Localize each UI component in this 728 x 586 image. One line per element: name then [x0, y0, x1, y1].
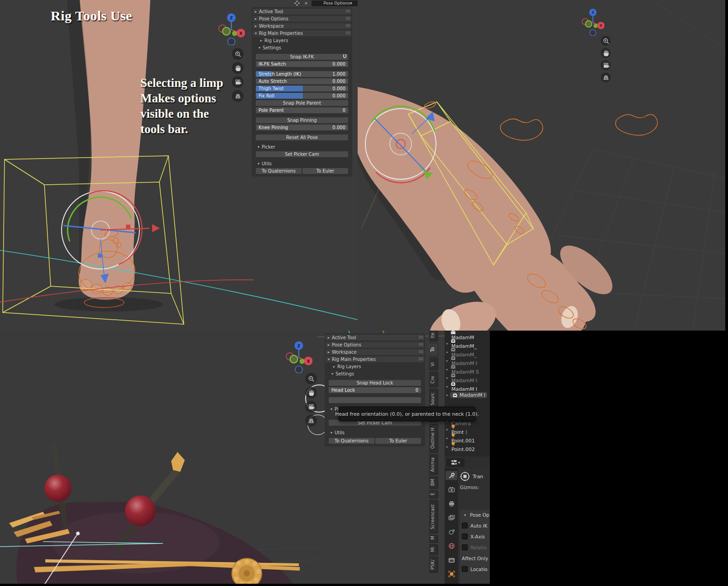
slider-head-lock[interactable]: Head Lock0	[329, 387, 421, 393]
panel-header-utils[interactable]: ▾Utils	[255, 161, 351, 167]
drag-handle-icon[interactable]: ⠿⠿	[418, 343, 423, 347]
outliner-item-madamm-i[interactable]: ▸MadamM I	[445, 382, 490, 391]
sidebar-tab-to[interactable]: To	[429, 343, 438, 356]
panel-header-settings[interactable]: ▾Settings	[329, 371, 424, 377]
sidebar-tab-vi[interactable]: Vi	[429, 358, 438, 370]
pose-options-panel-header[interactable]: ▾ Pose Op	[462, 512, 490, 518]
axis-y-ball[interactable]	[585, 21, 592, 27]
output-tab-icon[interactable]	[445, 499, 457, 508]
btn-snap-pole-parent[interactable]: Snap Pole Parent	[256, 100, 348, 106]
btn-to-quaternions[interactable]: To Quaternions	[256, 168, 302, 174]
expand-arrow-icon[interactable]: ▸	[445, 350, 450, 354]
gizmo-icon[interactable]	[293, 0, 301, 6]
spline-control-teal[interactable]	[0, 250, 358, 320]
btn-to-euler[interactable]: To Euler	[375, 438, 421, 444]
btn-to-quaternions[interactable]: To Quaternions	[329, 438, 374, 444]
sidebar-tab-bm[interactable]: BM	[429, 476, 438, 489]
zoom-in-icon[interactable]	[232, 48, 244, 60]
split-to-quaternions[interactable]: To QuaternionsTo Euler	[256, 168, 348, 174]
navigation-gizmo[interactable]: Z X	[581, 8, 604, 38]
slider-pole-parent[interactable]: Pole Parent0	[256, 107, 348, 113]
axis-y-front-ball[interactable]	[300, 359, 305, 364]
drag-handle-icon[interactable]: ⠿⠿	[345, 10, 350, 14]
pose-options-dropdown[interactable]: Pose Options ▾	[311, 0, 358, 6]
axis-y-ball[interactable]	[290, 355, 298, 363]
btn-set-picker-cam[interactable]: Set Picker Cam	[256, 151, 348, 157]
sidebar-tab-psk[interactable]: PSK/	[429, 557, 438, 573]
x-axis-mirror-checkbox[interactable]: X-Axis	[462, 533, 490, 539]
scene-tab-icon[interactable]	[445, 527, 457, 536]
outliner-item-point-002[interactable]: ▸Point.002	[445, 442, 490, 451]
drag-handle-icon[interactable]: ⠿⠿	[418, 357, 423, 361]
axis-y-front-ball[interactable]	[594, 24, 598, 28]
panel-header-workspace[interactable]: ▸Workspace⠿⠿	[326, 349, 424, 355]
tool-tab-icon[interactable]	[445, 471, 457, 480]
transform-tool-row[interactable]: Tran	[460, 471, 490, 482]
panel-header-rig-layers[interactable]: ▸Rig Layers	[331, 364, 424, 370]
close-icon[interactable]: ×	[302, 0, 310, 6]
expand-arrow-icon[interactable]: ▸	[445, 341, 450, 346]
axis-y-ball[interactable]	[223, 28, 230, 35]
axis-neg-z-ball[interactable]	[590, 30, 596, 36]
slider-ik-fk-switch[interactable]: IK-FK Switch0.000	[256, 61, 348, 67]
pan-hand-icon[interactable]	[601, 48, 611, 58]
drag-handle-icon[interactable]: ⠿⠿	[345, 31, 350, 35]
zoom-in-icon[interactable]	[601, 36, 611, 46]
slider-knee-pinning[interactable]: Knee Pinning0.000	[256, 125, 348, 130]
zoom-in-icon[interactable]	[305, 373, 317, 384]
camera-view-icon[interactable]	[601, 60, 611, 70]
expand-arrow-icon[interactable]: ▸	[445, 393, 450, 397]
panel-header-workspace[interactable]: ▸Workspace⠿⠿	[253, 23, 351, 29]
navigation-gizmo[interactable]: Z X	[218, 13, 245, 47]
navigation-gizmo[interactable]: Z X	[285, 341, 312, 375]
slider-stretch-length-ik[interactable]: Stretch Length (IK)1.000	[256, 71, 348, 77]
expand-arrow-icon[interactable]: ▸	[445, 445, 450, 449]
sidebar-tab-e[interactable]: E	[429, 490, 438, 499]
locations-checkbox[interactable]: Locatio	[462, 566, 490, 572]
relative-mirror-checkbox[interactable]: Relativ	[462, 544, 490, 550]
panel-header-settings[interactable]: ▾Settings	[256, 45, 351, 51]
pan-hand-icon[interactable]	[232, 62, 244, 74]
panel-header-rig-layers[interactable]: ▸Rig Layers	[258, 38, 351, 43]
axis-y-front-ball[interactable]	[232, 31, 237, 36]
orthographic-grid-icon[interactable]	[232, 90, 244, 102]
btn-snap-head-lock[interactable]: Snap Head Lock	[329, 380, 421, 386]
sidebar-tab-screencast[interactable]: Screencast	[429, 500, 438, 533]
slider-fix-roll[interactable]: Fix Roll0.000	[256, 93, 348, 99]
drag-handle-icon[interactable]: ⠿⠿	[345, 17, 350, 21]
orthographic-grid-icon[interactable]	[305, 415, 317, 427]
pan-hand-icon[interactable]	[305, 387, 317, 399]
drag-handle-icon[interactable]: ⠿⠿	[418, 336, 423, 340]
axis-neg-z-ball[interactable]	[295, 366, 302, 373]
btn-reset-all-pose[interactable]: Reset All Pose	[256, 134, 348, 140]
view-layer-tab-icon[interactable]	[445, 513, 457, 522]
expand-arrow-icon[interactable]: ▸	[445, 376, 450, 380]
expand-arrow-icon[interactable]: ▸	[445, 384, 450, 389]
sidebar-tab-outline-h[interactable]: Outline H	[429, 424, 438, 453]
expand-arrow-icon[interactable]: ▸	[445, 427, 450, 432]
split-to-quaternions[interactable]: To QuaternionsTo Euler	[329, 438, 421, 444]
collection-tab-icon[interactable]	[445, 555, 457, 564]
editor-type-button[interactable]: ▾	[446, 458, 465, 467]
sidebar-tab-cre[interactable]: Cre	[429, 372, 438, 387]
panel-header-pose-options[interactable]: ▸Pose Options⠿⠿	[253, 16, 351, 22]
drag-handle-icon[interactable]: ⠿⠿	[418, 350, 423, 354]
camera-view-icon[interactable]	[232, 76, 244, 88]
object-tab-icon[interactable]	[445, 569, 457, 578]
btn-snap-ik-fk[interactable]: Snap IK-FK	[256, 54, 348, 60]
panel-header-utils[interactable]: ▾Utils	[328, 430, 424, 436]
slider-row[interactable]	[329, 397, 421, 403]
panel-header-active-tool[interactable]: ▸Active Tool⠿⠿	[326, 335, 424, 341]
panel-header-rig-main-properties[interactable]: ▾Rig Main Properties⠿⠿	[253, 30, 351, 36]
sidebar-tab-mi[interactable]: Mi	[429, 544, 438, 555]
outliner-item-madamm-i[interactable]: ▸MadamM I	[445, 391, 490, 399]
world-tab-icon[interactable]	[445, 541, 457, 550]
panel-header-rig-main-properties[interactable]: ▾Rig Main Properties⠿⠿	[326, 356, 424, 362]
slider-thigh-twist[interactable]: Thigh Twist0.000	[256, 86, 348, 91]
orthographic-grid-icon[interactable]	[601, 72, 611, 82]
auto-ik-checkbox[interactable]: Auto IK	[462, 523, 490, 528]
panel-header-pose-options[interactable]: ▸Pose Options⠿⠿	[326, 342, 424, 348]
render-tab-icon[interactable]	[445, 485, 457, 494]
sidebar-tab-ite[interactable]: Ite	[429, 331, 438, 341]
sidebar-tab-anima[interactable]: Anima	[429, 454, 438, 475]
